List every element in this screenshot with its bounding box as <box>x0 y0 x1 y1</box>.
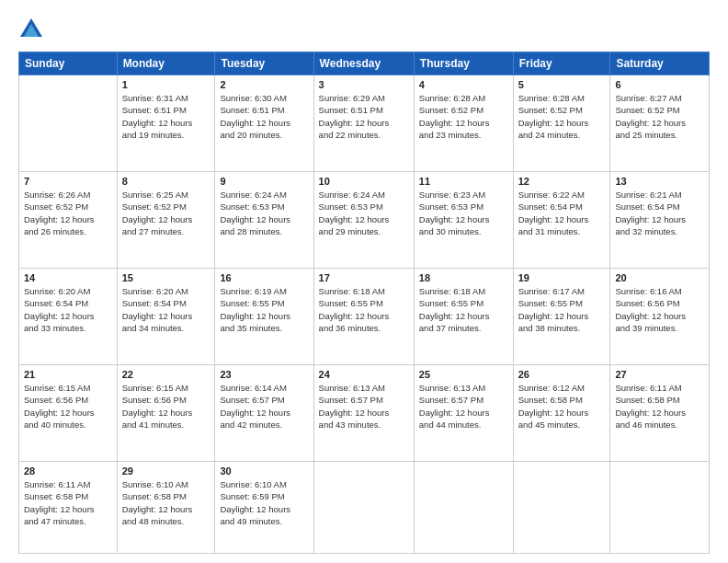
day-number: 9 <box>220 176 308 187</box>
day-info: Sunrise: 6:26 AM Sunset: 6:52 PM Dayligh… <box>24 189 112 237</box>
day-number: 17 <box>319 272 409 283</box>
day-cell: 2Sunrise: 6:30 AM Sunset: 6:51 PM Daylig… <box>215 75 313 172</box>
day-info: Sunrise: 6:18 AM Sunset: 6:55 PM Dayligh… <box>419 285 508 334</box>
header-cell-sunday: Sunday <box>19 52 118 75</box>
day-number: 2 <box>220 79 308 90</box>
day-number: 27 <box>615 369 704 380</box>
week-row-5: 28Sunrise: 6:11 AM Sunset: 6:58 PM Dayli… <box>19 462 710 554</box>
day-cell: 23Sunrise: 6:14 AM Sunset: 6:57 PM Dayli… <box>215 365 313 462</box>
week-row-1: 1Sunrise: 6:31 AM Sunset: 6:51 PM Daylig… <box>19 75 710 172</box>
day-cell: 25Sunrise: 6:13 AM Sunset: 6:57 PM Dayli… <box>414 365 513 462</box>
day-info: Sunrise: 6:21 AM Sunset: 6:54 PM Dayligh… <box>615 189 704 237</box>
day-info: Sunrise: 6:29 AM Sunset: 6:51 PM Dayligh… <box>319 92 409 141</box>
day-number: 24 <box>319 369 409 380</box>
day-info: Sunrise: 6:20 AM Sunset: 6:54 PM Dayligh… <box>122 285 210 334</box>
header-cell-saturday: Saturday <box>610 52 710 75</box>
day-info: Sunrise: 6:11 AM Sunset: 6:58 PM Dayligh… <box>615 382 704 431</box>
header-cell-wednesday: Wednesday <box>313 52 414 75</box>
day-cell <box>610 462 710 554</box>
day-info: Sunrise: 6:14 AM Sunset: 6:57 PM Dayligh… <box>220 382 308 431</box>
day-cell: 18Sunrise: 6:18 AM Sunset: 6:55 PM Dayli… <box>414 269 513 365</box>
day-number: 15 <box>122 272 210 283</box>
day-cell: 28Sunrise: 6:11 AM Sunset: 6:58 PM Dayli… <box>19 462 118 554</box>
day-number: 7 <box>24 176 112 187</box>
day-number: 10 <box>319 176 409 187</box>
day-info: Sunrise: 6:19 AM Sunset: 6:55 PM Dayligh… <box>220 285 308 334</box>
week-row-3: 14Sunrise: 6:20 AM Sunset: 6:54 PM Dayli… <box>19 269 710 365</box>
day-number: 14 <box>24 272 112 283</box>
day-info: Sunrise: 6:25 AM Sunset: 6:52 PM Dayligh… <box>122 189 210 237</box>
day-info: Sunrise: 6:13 AM Sunset: 6:57 PM Dayligh… <box>419 382 508 431</box>
day-cell: 20Sunrise: 6:16 AM Sunset: 6:56 PM Dayli… <box>610 269 710 365</box>
day-number: 16 <box>220 272 308 283</box>
day-cell: 11Sunrise: 6:23 AM Sunset: 6:53 PM Dayli… <box>414 172 513 269</box>
day-cell: 4Sunrise: 6:28 AM Sunset: 6:52 PM Daylig… <box>414 75 513 172</box>
day-number: 23 <box>220 369 308 380</box>
day-info: Sunrise: 6:31 AM Sunset: 6:51 PM Dayligh… <box>122 92 210 141</box>
day-cell: 26Sunrise: 6:12 AM Sunset: 6:58 PM Dayli… <box>513 365 610 462</box>
day-cell: 9Sunrise: 6:24 AM Sunset: 6:53 PM Daylig… <box>215 172 313 269</box>
day-cell <box>513 462 610 554</box>
day-info: Sunrise: 6:22 AM Sunset: 6:54 PM Dayligh… <box>518 189 606 237</box>
day-info: Sunrise: 6:16 AM Sunset: 6:56 PM Dayligh… <box>615 285 704 334</box>
day-number: 8 <box>122 176 210 187</box>
day-cell: 8Sunrise: 6:25 AM Sunset: 6:52 PM Daylig… <box>117 172 215 269</box>
day-number: 20 <box>615 272 704 283</box>
day-cell: 24Sunrise: 6:13 AM Sunset: 6:57 PM Dayli… <box>313 365 414 462</box>
day-cell: 22Sunrise: 6:15 AM Sunset: 6:56 PM Dayli… <box>117 365 215 462</box>
day-number: 6 <box>615 79 704 90</box>
day-info: Sunrise: 6:28 AM Sunset: 6:52 PM Dayligh… <box>419 92 508 141</box>
day-cell: 1Sunrise: 6:31 AM Sunset: 6:51 PM Daylig… <box>117 75 215 172</box>
day-number: 12 <box>518 176 606 187</box>
day-number: 19 <box>518 272 606 283</box>
day-info: Sunrise: 6:15 AM Sunset: 6:56 PM Dayligh… <box>24 382 112 431</box>
day-info: Sunrise: 6:17 AM Sunset: 6:55 PM Dayligh… <box>518 285 606 334</box>
logo-icon <box>18 17 44 42</box>
day-info: Sunrise: 6:20 AM Sunset: 6:54 PM Dayligh… <box>24 285 112 334</box>
page: SundayMondayTuesdayWednesdayThursdayFrid… <box>0 0 728 563</box>
day-number: 18 <box>419 272 508 283</box>
day-cell <box>313 462 414 554</box>
header-cell-friday: Friday <box>513 52 610 75</box>
day-cell: 10Sunrise: 6:24 AM Sunset: 6:53 PM Dayli… <box>313 172 414 269</box>
day-number: 13 <box>615 176 704 187</box>
logo <box>18 17 48 42</box>
day-number: 26 <box>518 369 606 380</box>
day-cell: 17Sunrise: 6:18 AM Sunset: 6:55 PM Dayli… <box>313 269 414 365</box>
day-cell: 15Sunrise: 6:20 AM Sunset: 6:54 PM Dayli… <box>117 269 215 365</box>
week-row-4: 21Sunrise: 6:15 AM Sunset: 6:56 PM Dayli… <box>19 365 710 462</box>
day-number: 28 <box>24 465 112 477</box>
day-info: Sunrise: 6:28 AM Sunset: 6:52 PM Dayligh… <box>518 92 606 141</box>
day-info: Sunrise: 6:30 AM Sunset: 6:51 PM Dayligh… <box>220 92 308 141</box>
day-info: Sunrise: 6:24 AM Sunset: 6:53 PM Dayligh… <box>319 189 409 237</box>
day-cell: 27Sunrise: 6:11 AM Sunset: 6:58 PM Dayli… <box>610 365 710 462</box>
day-cell: 21Sunrise: 6:15 AM Sunset: 6:56 PM Dayli… <box>19 365 118 462</box>
day-cell: 6Sunrise: 6:27 AM Sunset: 6:52 PM Daylig… <box>610 75 710 172</box>
header-row: SundayMondayTuesdayWednesdayThursdayFrid… <box>19 52 710 75</box>
day-cell: 30Sunrise: 6:10 AM Sunset: 6:59 PM Dayli… <box>215 462 313 554</box>
header-cell-tuesday: Tuesday <box>215 52 313 75</box>
day-info: Sunrise: 6:13 AM Sunset: 6:57 PM Dayligh… <box>319 382 409 431</box>
day-number: 3 <box>319 79 409 90</box>
day-info: Sunrise: 6:23 AM Sunset: 6:53 PM Dayligh… <box>419 189 508 237</box>
day-number: 25 <box>419 369 508 380</box>
day-number: 22 <box>122 369 210 380</box>
day-info: Sunrise: 6:10 AM Sunset: 6:58 PM Dayligh… <box>122 478 210 527</box>
day-info: Sunrise: 6:18 AM Sunset: 6:55 PM Dayligh… <box>319 285 409 334</box>
day-cell: 12Sunrise: 6:22 AM Sunset: 6:54 PM Dayli… <box>513 172 610 269</box>
day-info: Sunrise: 6:27 AM Sunset: 6:52 PM Dayligh… <box>615 92 704 141</box>
day-cell: 3Sunrise: 6:29 AM Sunset: 6:51 PM Daylig… <box>313 75 414 172</box>
day-number: 4 <box>419 79 508 90</box>
day-cell: 29Sunrise: 6:10 AM Sunset: 6:58 PM Dayli… <box>117 462 215 554</box>
header-cell-monday: Monday <box>117 52 215 75</box>
day-cell: 7Sunrise: 6:26 AM Sunset: 6:52 PM Daylig… <box>19 172 118 269</box>
day-number: 29 <box>122 465 210 477</box>
day-cell: 5Sunrise: 6:28 AM Sunset: 6:52 PM Daylig… <box>513 75 610 172</box>
week-row-2: 7Sunrise: 6:26 AM Sunset: 6:52 PM Daylig… <box>19 172 710 269</box>
day-cell: 19Sunrise: 6:17 AM Sunset: 6:55 PM Dayli… <box>513 269 610 365</box>
day-info: Sunrise: 6:12 AM Sunset: 6:58 PM Dayligh… <box>518 382 606 431</box>
day-cell: 13Sunrise: 6:21 AM Sunset: 6:54 PM Dayli… <box>610 172 710 269</box>
day-cell: 14Sunrise: 6:20 AM Sunset: 6:54 PM Dayli… <box>19 269 118 365</box>
day-info: Sunrise: 6:15 AM Sunset: 6:56 PM Dayligh… <box>122 382 210 431</box>
calendar-table: SundayMondayTuesdayWednesdayThursdayFrid… <box>18 52 710 554</box>
